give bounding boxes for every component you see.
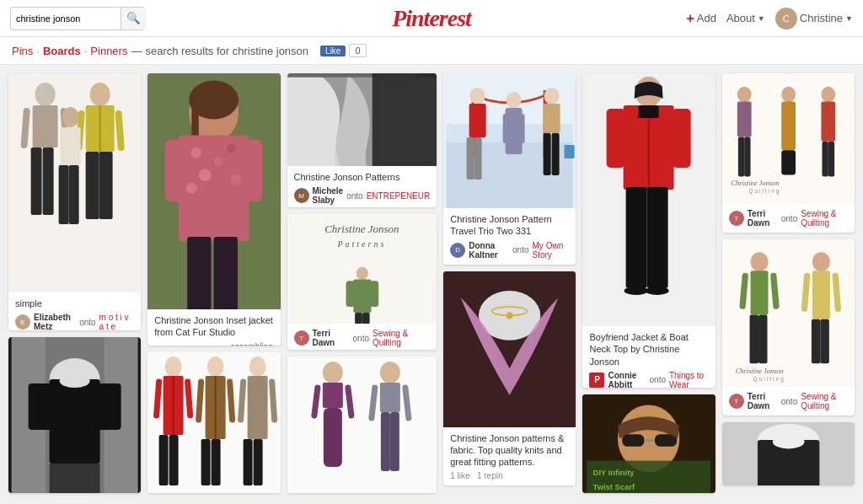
about-button[interactable]: About ▼	[726, 12, 765, 24]
svg-point-139	[812, 252, 830, 271]
board-name: Sewing & Quilting	[373, 329, 430, 347]
svg-rect-16	[69, 165, 79, 224]
svg-rect-96	[565, 145, 575, 158]
svg-rect-122	[738, 137, 744, 176]
svg-point-13	[62, 107, 79, 127]
svg-rect-70	[322, 383, 342, 408]
pin-card[interactable]: Christine Jonson Quilting T Terri Dawn o…	[722, 239, 855, 416]
pin-user: T Terri Dawn onto Sewing & Quilting	[729, 209, 848, 228]
pin-card[interactable]: Christine Jonson Patterns M Michele Slab…	[287, 73, 437, 207]
pin-title: Christine Jonson patterns & fabric. Top …	[450, 432, 569, 469]
svg-rect-76	[380, 412, 389, 471]
pin-card[interactable]: Christine JonsonPatterns T Terri Dawn	[287, 214, 437, 350]
pin-card[interactable]: Christine Jonson patterns & fabric. Top …	[443, 271, 576, 486]
svg-rect-55	[248, 376, 268, 439]
pinterest-logo: Pinterest	[392, 5, 471, 32]
column-4: Boyfriend Jacket & Boat Neck Top by Chri…	[582, 73, 715, 493]
svg-rect-66	[369, 281, 378, 307]
pin-card[interactable]: simple E Elizabeth Metz onto m o t i v a…	[8, 73, 141, 330]
svg-line-58	[241, 382, 244, 420]
fb-like-count: 0	[349, 44, 366, 57]
search-input[interactable]	[11, 12, 121, 25]
svg-point-92	[544, 88, 560, 105]
search-desc: search results for christine jonson	[145, 45, 308, 57]
svg-rect-39	[247, 140, 263, 201]
pin-user: M Michele Slaby onto ENTREPENEUR	[294, 186, 431, 205]
svg-rect-135	[749, 315, 758, 364]
fb-like-button[interactable]: Like	[320, 46, 346, 56]
pin-card[interactable]	[8, 337, 141, 493]
add-button[interactable]: + Add	[686, 11, 716, 26]
user-avatar: M	[294, 188, 309, 203]
svg-rect-141	[812, 319, 820, 363]
svg-rect-94	[544, 133, 551, 175]
svg-rect-64	[353, 280, 371, 313]
svg-point-40	[165, 357, 182, 377]
svg-line-73	[347, 388, 351, 416]
board-name: Sewing & Quilting	[801, 392, 848, 410]
board-name: assembling the elements	[230, 342, 273, 346]
svg-rect-71	[323, 408, 341, 467]
boards-tab[interactable]: Boards	[43, 45, 81, 57]
svg-line-137	[742, 276, 745, 306]
svg-rect-43	[159, 435, 169, 485]
pin-card[interactable]: Christine Jonson Quilting T Terri Dawn o…	[722, 73, 855, 233]
pin-info: T Terri Dawn onto Sewing & Quilting	[722, 387, 855, 416]
svg-rect-85	[469, 104, 486, 137]
pin-title: simple	[15, 298, 134, 309]
pinners-tab[interactable]: Pinners	[90, 45, 127, 57]
user-menu[interactable]: C Christine ▼	[775, 8, 853, 29]
username: Connie Abbitt	[608, 371, 646, 388]
board-name: Things to Wear	[669, 371, 709, 388]
pin-card[interactable]	[287, 357, 437, 493]
board-name: m o t i v a t e	[99, 313, 135, 330]
svg-rect-68	[362, 313, 369, 324]
pins-tab[interactable]: Pins	[12, 45, 33, 57]
svg-rect-38	[165, 140, 181, 201]
svg-point-99	[496, 292, 523, 307]
column-1: Christine Jonson Inset jacket from Cat F…	[147, 73, 280, 493]
pin-card[interactable]	[722, 422, 855, 485]
svg-point-32	[199, 169, 212, 181]
pin-info: Christine Jonson Patterns M Michele Slab…	[287, 166, 437, 207]
username: Terri Dawn	[748, 392, 778, 410]
svg-line-59	[272, 382, 275, 420]
pin-info: Christine Jonson Pattern Travel Trio Two…	[443, 208, 576, 265]
svg-line-4	[24, 111, 27, 145]
svg-rect-136	[758, 315, 767, 364]
onto-text: onto	[781, 214, 797, 223]
svg-point-63	[356, 267, 367, 281]
svg-rect-50	[201, 439, 211, 485]
onto-text: onto	[650, 375, 666, 384]
search-button[interactable]: 🔍	[121, 8, 146, 29]
svg-point-31	[214, 158, 222, 166]
svg-point-111	[646, 287, 669, 295]
user-avatar: T	[729, 211, 744, 226]
svg-rect-51	[212, 439, 221, 485]
svg-line-79	[405, 388, 408, 418]
pin-card[interactable]: Christine Jonson Inset jacket from Cat F…	[147, 73, 280, 346]
pin-user: T Terri Dawn onto Sewing & Quilting	[729, 392, 848, 410]
svg-rect-125	[781, 101, 796, 150]
pin-card[interactable]: DIY Infinity Twist Scarf	[582, 394, 715, 493]
column-2: Christine Jonson Patterns M Michele Slab…	[287, 73, 437, 493]
svg-point-30	[191, 147, 202, 158]
svg-text:Quilting: Quilting	[753, 376, 785, 383]
pin-user: m maresea onto assembling the elements	[154, 342, 273, 346]
avatar: C	[775, 8, 797, 29]
svg-text:Quilting: Quilting	[748, 188, 780, 195]
svg-point-74	[379, 362, 399, 383]
svg-rect-128	[821, 101, 835, 141]
pin-info: T Terri Dawn onto Sewing & Quilting	[722, 204, 855, 233]
board-name: Sewing & Quilting	[801, 209, 848, 228]
pin-title: Boyfriend Jacket & Boat Neck Top by Chri…	[589, 331, 708, 367]
svg-rect-65	[346, 281, 355, 307]
username: Elizabeth Metz	[34, 313, 76, 330]
pin-card[interactable]: Christine Jonson Pattern Travel Trio Two…	[443, 73, 576, 265]
svg-rect-95	[552, 133, 560, 175]
pin-card[interactable]	[147, 352, 280, 493]
pin-card[interactable]: Boyfriend Jacket & Boat Neck Top by Chri…	[582, 73, 715, 388]
svg-line-46	[188, 382, 190, 416]
header: 🔍 Pinterest + Add About ▼ C Christine ▼	[0, 0, 863, 37]
pin-title: Christine Jonson Pattern Travel Trio Two…	[450, 213, 569, 238]
